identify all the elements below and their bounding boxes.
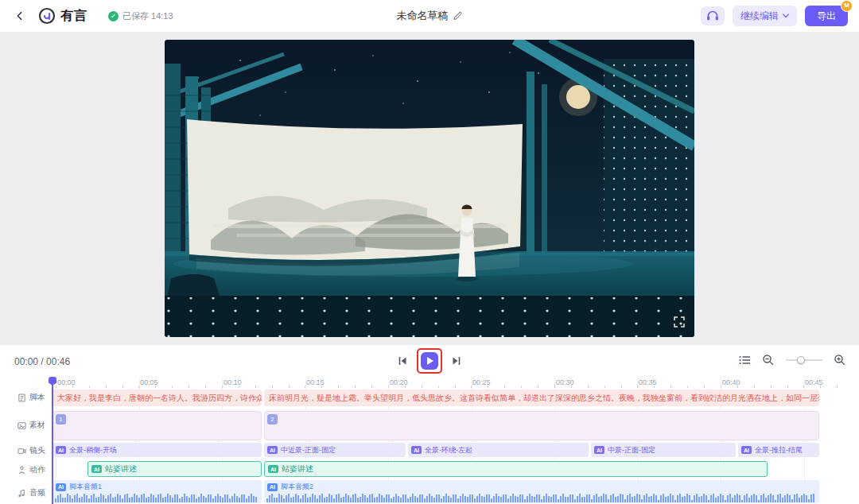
support-button[interactable] [701, 6, 725, 25]
zoom-out-icon [762, 354, 775, 366]
ai-badge: AI [267, 446, 278, 454]
back-button[interactable] [11, 7, 29, 25]
audio-waveform [55, 492, 259, 502]
chevron-left-icon [14, 10, 25, 21]
track-label-text: 镜头 [29, 445, 45, 456]
stage-scene [165, 40, 694, 337]
track-label-text: 素材 [29, 420, 45, 431]
continue-edit-button[interactable]: 继续编辑 [733, 6, 797, 26]
camera-clip-label: 全景-稍侧-开场 [69, 445, 117, 456]
save-status: ✓ 已保存 14:13 [108, 10, 173, 22]
script-text: 大家好，我是李白，唐朝的一名诗人。我游历四方，诗作众多。人们说我为“诗仙”。 [57, 394, 262, 402]
material-icon [17, 421, 26, 430]
track-label-camera: 镜头 [17, 445, 45, 456]
next-frame-icon [451, 355, 462, 366]
chevron-down-icon [783, 14, 789, 18]
timeline-ruler[interactable]: 00:00 00:05 00:10 00:15 00:20 00:25 00:3… [0, 377, 859, 389]
audio-waveform [266, 492, 817, 502]
action-clip-label: 站姿讲述 [282, 463, 313, 475]
audio-clip-label: 脚本音频2 [281, 482, 313, 492]
camera-clip[interactable]: AI 全景-环绕-左起 [408, 443, 589, 457]
prev-frame-button[interactable] [397, 355, 408, 366]
track-list-button[interactable] [739, 355, 751, 365]
ai-badge: AI [56, 483, 66, 491]
action-clip[interactable]: AI 站姿讲述 [87, 461, 262, 477]
timeline-panel: 00:00 00:05 00:10 00:15 00:20 00:25 00:3… [0, 377, 859, 504]
camera-clip[interactable]: AI 中景-正面-固定 [591, 443, 736, 457]
audio-clip[interactable]: AI 脚本音频2 [264, 480, 819, 503]
edit-title-icon[interactable] [453, 11, 463, 21]
audio-clip[interactable]: AI 脚本音频1 [52, 480, 262, 503]
list-icon [739, 355, 751, 365]
timeline-zoom-slider[interactable] [786, 355, 822, 366]
prev-frame-icon [397, 355, 408, 366]
camera-clip-label: 中近景-正面-固定 [281, 445, 336, 456]
ruler-ticks [56, 386, 851, 388]
material-clip[interactable]: 2 [264, 411, 819, 440]
ai-badge: AI [267, 483, 278, 491]
track-label-action: 动作 [17, 464, 45, 475]
camera-clip-label: 中景-正面-固定 [608, 445, 655, 456]
audio-clip-label: 脚本音频1 [69, 482, 102, 492]
action-clip-label: 站姿讲述 [105, 463, 137, 475]
track-label-text: 动作 [29, 464, 45, 475]
track-label-material: 素材 [17, 420, 45, 431]
player-controls: 00:00 / 00:46 [0, 345, 859, 377]
slider-thumb[interactable] [797, 356, 805, 364]
camera-clip[interactable]: AI 全景-推拉-结尾 [738, 443, 819, 457]
camera-clip-label: 全景-推拉-结尾 [755, 445, 803, 456]
ai-badge: AI [411, 446, 422, 454]
camera-icon [17, 447, 26, 456]
ai-badge: AI [56, 446, 66, 454]
zoom-in-icon [834, 354, 846, 366]
ai-badge: AI [268, 465, 278, 473]
track-label-audio: 音频 [17, 487, 45, 498]
material-index-badge: 2 [267, 414, 278, 425]
track-label-text: 脚本 [29, 392, 45, 403]
continue-edit-label: 继续编辑 [740, 10, 779, 23]
ai-badge: AI [91, 465, 102, 473]
track-label-script: 脚本 [17, 392, 45, 403]
headset-icon [706, 10, 719, 21]
doc-title: 未命名草稿 [397, 9, 449, 23]
app-window: 有言 ✓ 已保存 14:13 未命名草稿 继续编辑 [0, 0, 859, 504]
person-icon [17, 466, 26, 475]
action-clip[interactable]: AI 站姿讲述 [264, 461, 768, 477]
playhead-line[interactable] [52, 377, 53, 504]
app-name: 有言 [60, 8, 87, 25]
music-note-icon [17, 489, 26, 498]
check-icon: ✓ [108, 11, 119, 21]
topbar: 有言 ✓ 已保存 14:13 未命名草稿 继续编辑 [0, 0, 859, 32]
zoom-out-button[interactable] [762, 354, 775, 366]
next-frame-button[interactable] [451, 355, 462, 366]
script-clip[interactable]: 床前明月光，疑是地上霜。举头望明月，低头思故乡。这首诗看似简单，却道出了深深的思… [264, 390, 819, 406]
ai-badge: AI [741, 446, 752, 454]
track-label-text: 音频 [29, 487, 45, 498]
preview-area [0, 32, 859, 345]
fullscreen-icon[interactable] [674, 316, 685, 331]
save-status-text: 已保存 14:13 [122, 10, 173, 22]
play-icon [426, 356, 434, 366]
script-clip[interactable]: 大家好，我是李白，唐朝的一名诗人。我游历四方，诗作众多。人们说我为“诗仙”。 [52, 390, 262, 406]
export-membership-badge: M [841, 0, 853, 12]
camera-clip[interactable]: AI 中近景-正面-固定 [264, 443, 406, 457]
video-preview[interactable] [165, 40, 694, 337]
time-display: 00:00 / 00:46 [14, 356, 70, 367]
zoom-in-button[interactable] [834, 354, 846, 366]
ai-badge: AI [594, 446, 604, 454]
script-icon [17, 394, 26, 402]
script-text: 床前明月光，疑是地上霜。举头望明月，低头思故乡。这首诗看似简单，却道出了深深的思… [269, 394, 819, 402]
logo-icon [38, 7, 56, 25]
play-button[interactable] [421, 352, 438, 370]
material-index-badge: 1 [56, 414, 66, 425]
camera-clip-label: 全景-环绕-左起 [425, 445, 472, 456]
app-logo: 有言 [38, 7, 87, 25]
material-clip[interactable]: 1 [52, 411, 262, 440]
camera-clip[interactable]: AI 全景-稍侧-开场 [52, 443, 262, 457]
